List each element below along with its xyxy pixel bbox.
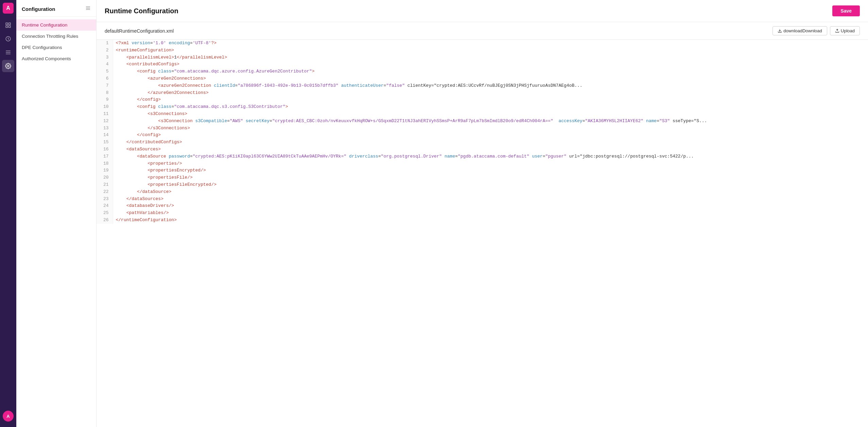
svg-rect-2: [6, 26, 7, 28]
line-code: <?xml version='1.0' encoding='UTF-8'?>: [113, 40, 868, 47]
table-row: 1<?xml version='1.0' encoding='UTF-8'?>: [97, 40, 868, 47]
line-code: <config class="com.ataccama.dqc.azure.co…: [113, 68, 868, 75]
table-row: 24 <databaseDrivers/>: [97, 202, 868, 210]
line-code: <dataSources>: [113, 146, 868, 153]
line-code: <pathVariables/>: [113, 210, 868, 217]
app-logo[interactable]: A: [3, 3, 14, 14]
sidebar-item-authorized-components[interactable]: Authorized Components: [16, 53, 96, 64]
line-code: </config>: [113, 96, 868, 103]
table-row: 7 <azureGen2Connection clientId="a786896…: [97, 82, 868, 89]
table-row: 22 </dataSource>: [97, 188, 868, 196]
code-editor[interactable]: 1<?xml version='1.0' encoding='UTF-8'?>2…: [97, 40, 868, 427]
sidebar-header: Configuration: [16, 0, 96, 17]
line-number: 11: [97, 111, 113, 118]
file-name: defaultRuntimeConfiguration.xml: [105, 28, 174, 34]
line-code: </azureGen2Connections>: [113, 89, 868, 97]
table-row: 5 <config class="com.ataccama.dqc.azure.…: [97, 68, 868, 75]
table-row: 14 </config>: [97, 132, 868, 139]
svg-rect-3: [9, 26, 11, 28]
line-number: 9: [97, 96, 113, 103]
line-number: 13: [97, 125, 113, 132]
line-number: 4: [97, 61, 113, 68]
table-row: 12 <s3Connection s3Compatible="AWS" secr…: [97, 118, 868, 125]
svg-rect-0: [6, 23, 7, 24]
table-row: 17 <dataSource password="crypted:AES:pK1…: [97, 153, 868, 160]
line-code: <s3Connections>: [113, 111, 868, 118]
line-code: <config class="com.ataccama.dqc.s3.confi…: [113, 103, 868, 111]
line-code: </dataSource>: [113, 188, 868, 196]
line-number: 20: [97, 174, 113, 181]
table-row: 13 </s3Connections>: [97, 125, 868, 132]
main-header: Runtime Configuration Save: [97, 0, 868, 22]
line-number: 19: [97, 167, 113, 174]
line-number: 22: [97, 188, 113, 196]
table-row: 2<runtimeConfiguration>: [97, 47, 868, 54]
sidebar-item-dpe-configurations[interactable]: DPE Configurations: [16, 42, 96, 53]
line-code: </runtimeConfiguration>: [113, 217, 868, 224]
table-row: 4 <contributedConfigs>: [97, 61, 868, 68]
save-button[interactable]: Save: [832, 5, 860, 16]
line-code: <propertiesFile/>: [113, 174, 868, 181]
line-number: 21: [97, 181, 113, 188]
line-number: 14: [97, 132, 113, 139]
sidebar-item-runtime-configuration[interactable]: Runtime Configuration: [16, 19, 96, 31]
line-code: <runtimeConfiguration>: [113, 47, 868, 54]
line-number: 17: [97, 153, 113, 160]
table-row: 15 </contributedConfigs>: [97, 139, 868, 146]
nav-gear-icon[interactable]: [2, 60, 14, 72]
code-table: 1<?xml version='1.0' encoding='UTF-8'?>2…: [97, 40, 868, 224]
upload-button[interactable]: Upload: [830, 26, 860, 35]
line-number: 24: [97, 202, 113, 210]
line-number: 26: [97, 217, 113, 224]
line-code: </s3Connections>: [113, 125, 868, 132]
line-number: 16: [97, 146, 113, 153]
line-number: 6: [97, 75, 113, 82]
line-number: 7: [97, 82, 113, 89]
icon-bar: A A: [0, 0, 16, 427]
table-row: 10 <config class="com.ataccama.dqc.s3.co…: [97, 103, 868, 111]
sidebar-title: Configuration: [22, 6, 55, 12]
page-title: Runtime Configuration: [105, 7, 178, 15]
line-code: </config>: [113, 132, 868, 139]
sidebar: Configuration Runtime Configuration Conn…: [16, 0, 97, 427]
sidebar-item-connection-throttling-rules[interactable]: Connection Throttling Rules: [16, 31, 96, 42]
line-number: 2: [97, 47, 113, 54]
sidebar-nav: Runtime Configuration Connection Throttl…: [16, 17, 96, 67]
nav-clock-icon[interactable]: [2, 33, 14, 45]
file-bar: defaultRuntimeConfiguration.xml download…: [97, 22, 868, 40]
line-code: <propertiesEncrypted/>: [113, 167, 868, 174]
line-code: <contributedConfigs>: [113, 61, 868, 68]
table-row: 3 <parallelismLevel>1</parallelismLevel>: [97, 54, 868, 61]
line-number: 8: [97, 89, 113, 97]
line-number: 25: [97, 210, 113, 217]
line-code: <azureGen2Connection clientId="a786896f-…: [113, 82, 868, 89]
table-row: 11 <s3Connections>: [97, 111, 868, 118]
table-row: 25 <pathVariables/>: [97, 210, 868, 217]
line-number: 1: [97, 40, 113, 47]
line-code: </dataSources>: [113, 196, 868, 203]
line-number: 12: [97, 118, 113, 125]
table-row: 19 <propertiesEncrypted/>: [97, 167, 868, 174]
nav-list-icon[interactable]: [2, 46, 14, 59]
line-code: <databaseDrivers/>: [113, 202, 868, 210]
table-row: 20 <propertiesFile/>: [97, 174, 868, 181]
line-number: 5: [97, 68, 113, 75]
line-code: </contributedConfigs>: [113, 139, 868, 146]
svg-point-8: [7, 65, 9, 67]
sidebar-menu-icon[interactable]: [85, 5, 91, 12]
svg-rect-1: [9, 23, 11, 24]
table-row: 8 </azureGen2Connections>: [97, 89, 868, 97]
table-row: 6 <azureGen2Connections>: [97, 75, 868, 82]
table-row: 23 </dataSources>: [97, 196, 868, 203]
line-code: <s3Connection s3Compatible="AWS" secretK…: [113, 118, 868, 125]
line-code: <dataSource password="crypted:AES:pK1iKI…: [113, 153, 868, 160]
download-button[interactable]: downloadDownload: [772, 26, 827, 35]
line-code: <propertiesFileEncrypted/>: [113, 181, 868, 188]
file-actions: downloadDownload Upload: [772, 26, 860, 35]
table-row: 16 <dataSources>: [97, 146, 868, 153]
line-code: <properties/>: [113, 160, 868, 167]
user-avatar[interactable]: A: [3, 411, 14, 422]
line-number: 3: [97, 54, 113, 61]
nav-home-icon[interactable]: [2, 19, 14, 31]
table-row: 18 <properties/>: [97, 160, 868, 167]
